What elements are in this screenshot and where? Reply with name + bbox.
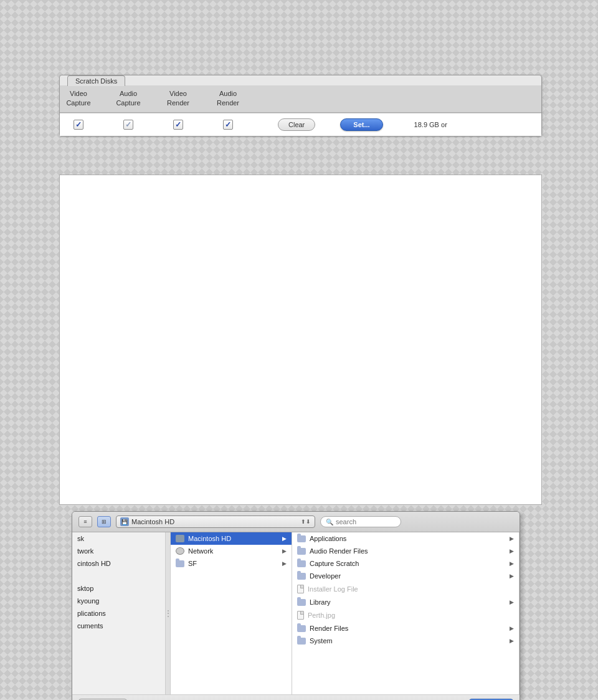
right-item-library[interactable]: Library ▶ xyxy=(292,596,519,608)
left-panel: sk twork cintosh HD sktop kyoung plicati… xyxy=(72,532,166,694)
chooser-toolbar: ≡ ⊞ 💾 Macintosh HD ⬆⬇ 🔍 xyxy=(72,512,520,532)
folder-icon xyxy=(297,625,306,632)
column-view-button[interactable]: ⊞ xyxy=(97,516,111,527)
scratch-disks-panel: Scratch Disks Video Capture Audio Captur… xyxy=(59,75,542,137)
checkbox-video-capture-cell xyxy=(66,120,91,130)
right-panel: Applications ▶ Audio Render Files ▶ Capt… xyxy=(292,532,520,694)
location-text: Macintosh HD xyxy=(131,518,298,525)
list-item[interactable]: cuments xyxy=(72,620,165,632)
file-chooser: ≡ ⊞ 💾 Macintosh HD ⬆⬇ 🔍 sk twork cintosh… xyxy=(72,511,520,700)
folder-icon xyxy=(297,599,306,606)
arrow-icon: ▶ xyxy=(510,573,514,579)
search-magnifier-icon: 🔍 xyxy=(326,519,333,525)
arrow-icon: ▶ xyxy=(282,548,287,554)
right-item-audio-render[interactable]: Audio Render Files ▶ xyxy=(292,545,519,557)
right-item-applications[interactable]: Applications ▶ xyxy=(292,532,519,545)
mid-panel: Macintosh HD ▶ Network ▶ SF ▶ xyxy=(171,532,292,694)
arrow-icon: ▶ xyxy=(510,548,514,554)
right-item-capture-scratch[interactable]: Capture Scratch ▶ xyxy=(292,557,519,570)
scratch-disks-tab[interactable]: Scratch Disks xyxy=(67,75,125,86)
chooser-bottom-bar: New Folder Search xyxy=(72,694,520,700)
checkbox-audio-render[interactable] xyxy=(223,120,233,130)
mid-item-network[interactable]: Network ▶ xyxy=(171,545,292,557)
scratch-header: Video Capture Audio Capture Video Render… xyxy=(60,85,541,113)
list-item[interactable]: sk xyxy=(72,532,165,545)
set-button[interactable]: Set... xyxy=(340,118,382,131)
right-item-render-files[interactable]: Render Files ▶ xyxy=(292,622,519,635)
arrow-icon: ▶ xyxy=(282,560,287,567)
col-audio-render: Audio Render xyxy=(216,89,240,108)
right-item-developer[interactable]: Developer ▶ xyxy=(292,570,519,582)
hd-icon xyxy=(176,535,184,542)
dropdown-arrows-icon: ⬆⬇ xyxy=(301,519,311,525)
resize-handle[interactable] xyxy=(166,532,171,694)
folder-icon xyxy=(297,548,306,555)
folder-icon xyxy=(297,560,306,567)
arrow-icon: ▶ xyxy=(510,625,514,631)
list-item[interactable]: kyoung xyxy=(72,595,165,607)
col-audio-capture: Audio Capture xyxy=(116,89,141,108)
clear-button[interactable]: Clear xyxy=(278,118,315,131)
doc-icon xyxy=(297,611,304,620)
list-item[interactable]: plications xyxy=(72,607,165,620)
list-item xyxy=(72,570,165,582)
folder-icon xyxy=(297,535,306,542)
list-item[interactable]: cintosh HD xyxy=(72,557,165,570)
checkbox-video-render[interactable] xyxy=(173,120,183,130)
arrow-icon: ▶ xyxy=(510,599,514,605)
right-item-perth-jpg: Perth.jpg xyxy=(292,608,519,622)
col-video-capture: Video Capture xyxy=(66,89,91,108)
content-area xyxy=(59,175,542,505)
arrow-icon: ▶ xyxy=(510,535,514,542)
disk-info: 18.9 GB or xyxy=(414,121,447,128)
folder-icon xyxy=(176,560,184,567)
folder-icon xyxy=(297,573,306,580)
location-dropdown[interactable]: 💾 Macintosh HD ⬆⬇ xyxy=(116,515,315,528)
list-item[interactable]: sktop xyxy=(72,582,165,595)
checkbox-video-capture[interactable] xyxy=(74,120,83,130)
list-view-button[interactable]: ≡ xyxy=(78,516,92,527)
checkbox-audio-capture-cell xyxy=(116,120,141,130)
doc-icon xyxy=(297,585,304,593)
arrow-icon: ▶ xyxy=(282,535,287,542)
search-input[interactable] xyxy=(336,518,392,525)
network-icon xyxy=(176,547,184,555)
location-hd-icon: 💾 xyxy=(120,517,129,526)
scratch-row: Clear Set... 18.9 GB or xyxy=(60,113,541,136)
col-video-render: Video Render xyxy=(166,89,191,108)
search-box[interactable]: 🔍 xyxy=(320,516,401,527)
right-item-system[interactable]: System ▶ xyxy=(292,635,519,647)
arrow-icon: ▶ xyxy=(510,638,514,644)
folder-icon xyxy=(297,638,306,645)
checkbox-audio-render-cell xyxy=(216,120,240,130)
arrow-icon: ▶ xyxy=(510,560,514,567)
right-item-installer-log: Installer Log File xyxy=(292,582,519,596)
list-item[interactable]: twork xyxy=(72,545,165,557)
mid-item-sf[interactable]: SF ▶ xyxy=(171,557,292,570)
chooser-body: sk twork cintosh HD sktop kyoung plicati… xyxy=(72,532,520,694)
mid-item-macintosh-hd[interactable]: Macintosh HD ▶ xyxy=(171,532,292,545)
checkbox-video-render-cell xyxy=(166,120,191,130)
checkbox-audio-capture[interactable] xyxy=(123,120,133,130)
